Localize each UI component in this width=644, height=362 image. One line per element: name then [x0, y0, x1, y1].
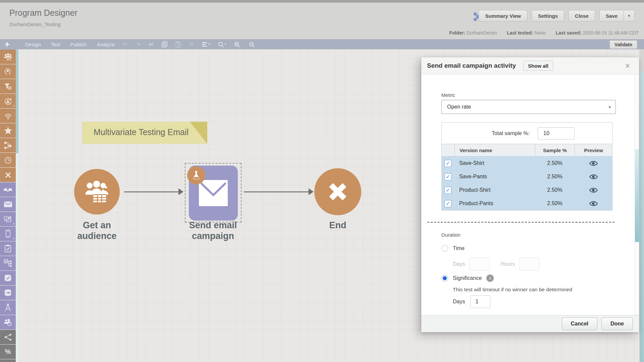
node-end[interactable]	[314, 168, 361, 215]
copy-icon[interactable]	[162, 41, 167, 48]
sidebar-item-data-check[interactable]	[0, 271, 16, 285]
column-version-name: Version name	[454, 144, 535, 156]
sidebar-item-favorite[interactable]	[0, 123, 16, 138]
days-hours-row: Days Hours	[453, 258, 540, 270]
sidebar-item-profile[interactable]	[0, 64, 16, 79]
check-icon: ✓	[446, 160, 450, 166]
add-step-button[interactable]: +	[5, 40, 10, 49]
sidebar-item-percent[interactable]: %	[0, 345, 16, 359]
sidebar-item-wait[interactable]	[0, 153, 16, 167]
step-palette-sidebar: ▸	[0, 50, 16, 362]
share-icon	[4, 333, 12, 341]
align-icon[interactable]: ▾	[202, 42, 210, 47]
last-saved-value: 2020-06-15 11:48 AM CDT	[583, 30, 639, 36]
clipboard-check-icon	[4, 244, 11, 253]
timeout-help-text: This test will timeout if no winner can …	[453, 287, 572, 293]
person-refresh-icon	[4, 97, 12, 105]
test-flask-badge[interactable]	[187, 166, 205, 184]
tab-publish[interactable]: Publish	[70, 42, 87, 47]
summary-view-button[interactable]: Summary View	[479, 10, 527, 21]
corner-arrow-icon: ▸	[13, 222, 15, 225]
sidebar-item-email[interactable]	[0, 197, 16, 212]
zoom-out-icon[interactable]	[249, 42, 256, 48]
time-days-input[interactable]	[470, 258, 490, 270]
sidebar-item-exclude-audience[interactable]	[0, 315, 16, 329]
sidebar-item-landing-page[interactable]: ▸	[0, 212, 16, 226]
tab-test[interactable]: Test	[51, 42, 60, 47]
time-label: Time	[453, 245, 465, 251]
version-name: Save-Pants	[454, 174, 535, 180]
close-icon[interactable]: ✕	[625, 62, 630, 70]
note-text: Multivariate Testing Email	[94, 127, 189, 137]
save-button[interactable]: Save	[599, 10, 624, 21]
significance-radio[interactable]	[441, 275, 448, 282]
node-label-send-email: Send email campaign	[181, 220, 245, 242]
sidebar-item-share[interactable]	[0, 330, 16, 344]
settings-button[interactable]: Settings	[532, 10, 564, 21]
time-hours-input[interactable]	[520, 258, 540, 270]
significance-days-input[interactable]	[470, 295, 490, 308]
sidebar-item-signal[interactable]	[0, 109, 16, 123]
sidebar-item-tools[interactable]	[0, 300, 16, 315]
cut-icon[interactable]: ✂	[149, 42, 154, 48]
days-label: Days	[453, 261, 465, 267]
undo-icon[interactable]: ↶	[122, 42, 127, 48]
show-all-button[interactable]: Show all	[523, 61, 553, 71]
preview-eye-icon[interactable]	[589, 201, 598, 206]
tab-design[interactable]: Design	[25, 42, 41, 47]
sidebar-item-handshake[interactable]	[0, 182, 16, 197]
node-label-end: End	[304, 220, 371, 231]
zoom-icon[interactable]: ▾	[218, 42, 226, 48]
chevron-down-icon: ▾	[628, 13, 630, 18]
row-checkbox[interactable]: ✓	[444, 160, 451, 167]
column-preview: Preview	[575, 144, 612, 156]
tab-analyze[interactable]: Analyze	[97, 42, 114, 47]
done-button[interactable]: Done	[601, 317, 633, 330]
sidebar-item-number[interactable]: #	[0, 359, 16, 362]
total-sample-input[interactable]	[538, 127, 575, 139]
canvas-scrollbar-thumb[interactable]	[640, 71, 644, 362]
metric-dropdown[interactable]: Open rate ▾	[441, 100, 616, 114]
sidebar-item-form[interactable]	[0, 241, 16, 256]
validate-button[interactable]: Validate	[609, 40, 637, 49]
sidebar-item-audience[interactable]	[0, 50, 16, 64]
row-checkbox[interactable]: ✓	[444, 173, 451, 180]
node-get-audience[interactable]	[74, 169, 120, 215]
sidebar-item-mobile[interactable]: ▸	[0, 227, 16, 241]
audience-calendar-icon	[84, 180, 110, 203]
sidebar-scrollbar-thumb[interactable]	[16, 50, 18, 154]
sidebar-item-end-step[interactable]	[0, 168, 16, 182]
time-radio[interactable]	[441, 245, 448, 252]
sidebar-item-filter[interactable]	[0, 79, 16, 94]
significance-option-row: Significance i	[441, 275, 494, 282]
sidebar-item-update-audience[interactable]: ▸	[0, 94, 16, 108]
panel-scrollbar-thumb[interactable]	[635, 149, 639, 242]
row-checkbox[interactable]: ✓	[444, 200, 451, 207]
delete-icon[interactable]: ✕	[189, 42, 194, 48]
preview-eye-icon[interactable]	[589, 174, 598, 180]
cancel-button[interactable]: Cancel	[562, 317, 597, 330]
paste-icon[interactable]	[175, 41, 181, 48]
zoom-in-icon[interactable]	[234, 42, 241, 48]
preview-eye-icon[interactable]	[589, 161, 598, 166]
close-button[interactable]: Close	[569, 10, 595, 21]
sidebar-item-data-move[interactable]	[0, 286, 16, 300]
days-label: Days	[453, 299, 465, 305]
save-dropdown-caret[interactable]: ▾	[624, 10, 635, 21]
version-name: Product-Pants	[454, 200, 535, 206]
percent-icon: %	[5, 348, 11, 356]
sidebar-item-decision[interactable]	[0, 256, 16, 270]
preview-eye-icon[interactable]	[589, 187, 598, 193]
significance-days-row: Days	[453, 295, 490, 308]
sticky-note[interactable]: Multivariate Testing Email	[82, 122, 207, 144]
sidebar-item-program-star[interactable]	[0, 138, 16, 153]
row-checkbox[interactable]: ✓	[444, 187, 451, 194]
x-icon	[5, 172, 11, 178]
folder-value: DurhamDenim	[467, 30, 497, 36]
email-campaign-icon	[199, 180, 228, 206]
info-icon[interactable]: i	[486, 275, 494, 282]
connector-line	[244, 191, 309, 192]
app-header: Program Designer DurhamDenim_Testing Sum…	[0, 3, 644, 39]
page-title: Program Designer	[9, 8, 77, 18]
redo-icon[interactable]: ↷	[136, 42, 141, 48]
